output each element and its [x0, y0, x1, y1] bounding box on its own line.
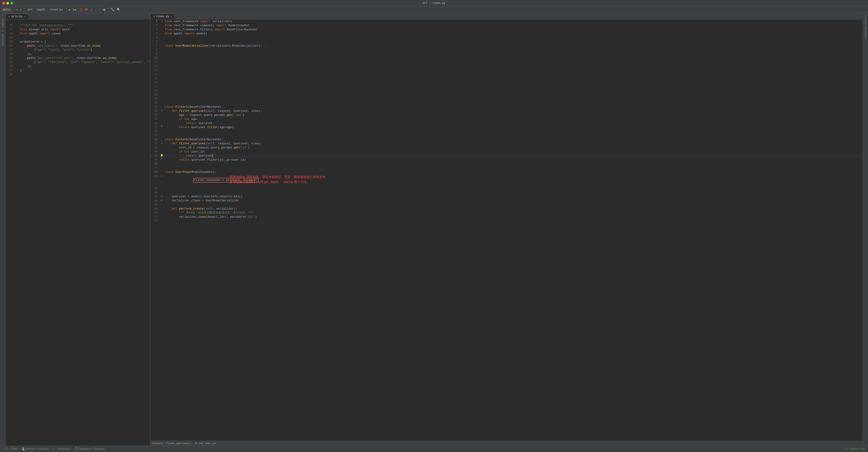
left-sidebar: 1: Project 2: Structure	[0, 13, 5, 446]
breadcrumb-method[interactable]: filter_queryset()	[166, 442, 191, 445]
code-line: 40	[150, 186, 863, 191]
tab-label: urls.py	[11, 15, 23, 18]
code-line: 35 return queryset.filter(id__gt=user_id…	[150, 158, 863, 162]
code-line: 21 path('api/users/', views.UserView.as_…	[5, 44, 150, 48]
code-line: 25 if not age:	[150, 117, 863, 121]
code-line: 17	[150, 85, 863, 89]
code-line: 19	[150, 93, 863, 97]
tab-python-console[interactable]: 🐍 Python Console	[20, 446, 51, 452]
code-line: 31 ⊟ def filter_queryset(self, request, …	[150, 141, 863, 146]
forward-button[interactable]: ▶	[19, 8, 23, 11]
folding-icon[interactable]: ⊟	[161, 109, 162, 113]
tab-terminal[interactable]: >_ Terminal	[51, 447, 73, 452]
step-over-icon[interactable]: ⇥	[89, 7, 93, 12]
code-line: 33 if not user_id:	[150, 150, 863, 154]
left-code-editor[interactable]: 16 """drf URL Configuration...""" 17 fro…	[5, 20, 150, 446]
sidebar-item-database[interactable]: Database	[864, 26, 867, 38]
traffic-lights	[2, 2, 13, 4]
code-line: 23 ⊟ def filter_queryset(self, request, …	[150, 109, 863, 113]
code-line: 32 user_id = request.query_params.get('i…	[150, 146, 863, 150]
right-panel: ● views.py ✕ 1 ✓ from rest_framework imp…	[150, 13, 863, 446]
code-line: 13	[150, 68, 863, 72]
stop-icon[interactable]: ⏹	[102, 7, 106, 12]
breadcrumb-sep2: ›	[192, 442, 194, 445]
sidebar-item-project[interactable]: 1: Project	[1, 14, 4, 29]
nav-tab-drf[interactable]: drf	[26, 8, 35, 12]
right-panel-tabs: ● views.py ✕	[150, 13, 863, 20]
terminal-icon: >_	[53, 448, 56, 451]
gutter-icon[interactable]: ⊟	[161, 174, 162, 178]
code-line: 24 age = request.query_params.get('age')	[150, 113, 863, 117]
code-line: 43 ⊟ serializer_class = UserModelSeriali…	[150, 199, 863, 203]
wrench-icon[interactable]: 🔧	[110, 7, 115, 12]
step-out-icon[interactable]: ↑	[98, 7, 101, 12]
separator	[13, 8, 13, 12]
nav-tab-views[interactable]: views.py	[48, 8, 65, 12]
code-line: 47 serializer.save(depart_id=1, password…	[150, 215, 863, 219]
separator	[24, 8, 25, 12]
left-panel-tabs: ● urls.py ✕	[5, 13, 150, 20]
code-line: 3 from rest_framework.filters import Bas…	[150, 28, 863, 32]
tab-event-log[interactable]: 1: Event Log	[843, 447, 867, 452]
right-code-editor[interactable]: 1 ✓ from rest_framework import serialize…	[150, 20, 863, 441]
breadcrumb-condition[interactable]: if not user_id	[195, 442, 216, 445]
right-sidebar: SciView Database	[863, 13, 868, 446]
run-icon[interactable]: ▶	[68, 7, 71, 12]
code-line: 25 {"get": "retrieve", "put": "update", …	[5, 60, 150, 64]
code-line: 7 class UserModelSerializer(serializers.…	[150, 44, 863, 48]
code-line: 27 ]	[5, 68, 150, 72]
gutter-icon[interactable]: ⊟	[161, 199, 162, 203]
tab-close-button[interactable]: ✕	[170, 15, 172, 18]
code-line: 11	[150, 60, 863, 64]
code-line: 45 def perform_create(self, serializer):	[150, 207, 863, 211]
debug-icon[interactable]: 🐞	[78, 7, 84, 12]
editor-breadcrumb: Filter2 › filter_queryset() › if not use…	[150, 441, 863, 446]
tab-python-label: Python Console	[26, 448, 49, 451]
bottom-tab-bar: ☑ 6: TODO 🐍 Python Console >_ Terminal 🗄…	[0, 446, 868, 452]
database-icon: 🗄	[75, 447, 78, 451]
code-line: 18 from app01 import views	[5, 32, 150, 36]
sidebar-item-sciview[interactable]: SciView	[864, 14, 867, 25]
lightbulb-icon[interactable]: 💡	[160, 154, 163, 158]
gutter-dot	[161, 125, 162, 127]
maximize-button[interactable]	[10, 2, 13, 4]
tab-close-button[interactable]: ✕	[24, 15, 25, 18]
search-icon[interactable]: 🔍	[116, 7, 121, 12]
run-coverage-icon[interactable]: ▶▶	[72, 7, 78, 12]
code-line: 2 from rest_framework.viewsets import Mo…	[150, 24, 863, 28]
gutter-icon[interactable]: ⊟	[161, 195, 162, 199]
code-line: 46 """ 序列化：对请求的数据校验成功后，执行保存。"""	[150, 211, 863, 215]
check-icon: ✓	[161, 20, 162, 24]
content-area: 1: Project 2: Structure ● urls.py ✕ 1	[0, 13, 868, 446]
folding-icon[interactable]: ⊟	[161, 141, 162, 146]
code-line: 29	[150, 133, 863, 137]
separator	[66, 8, 67, 12]
code-line: 37	[150, 166, 863, 170]
reload-icon[interactable]: ⟳	[85, 7, 89, 12]
tab-views-py[interactable]: ● views.py ✕	[150, 14, 175, 19]
code-line: 21	[150, 101, 863, 105]
tab-database-changes[interactable]: 🗄 Database Changes	[73, 446, 107, 452]
gutter-dot	[161, 158, 162, 159]
event-log-label: 1: Event Log	[845, 448, 865, 451]
nav-tab-app01[interactable]: app01	[35, 8, 47, 12]
code-line: 19	[5, 36, 150, 40]
back-button[interactable]: ◀	[15, 8, 18, 11]
sidebar-item-structure[interactable]: 2: Structure	[1, 29, 4, 47]
code-line: 48	[150, 219, 863, 223]
step-into-icon[interactable]: ↓	[94, 7, 97, 12]
code-line: 42 ⊟ queryset = models.UserInfo.objects.…	[150, 195, 863, 199]
code-lines: 16 """drf URL Configuration...""" 17 fro…	[5, 20, 150, 76]
minimize-button[interactable]	[6, 2, 9, 4]
tab-todo[interactable]: ☑ 6: TODO	[1, 446, 20, 452]
close-button[interactable]	[2, 2, 5, 4]
tab-urls-py[interactable]: ● urls.py ✕	[5, 14, 28, 19]
code-line: 26 return queryset	[150, 121, 863, 125]
code-line: 26 )),	[5, 64, 150, 68]
code-line: 27 return queryset.filter(age=age)	[150, 125, 863, 129]
code-line-cursor: 34 💡 return queryset​	[150, 154, 863, 158]
code-line-annotated: 39 ⊟ filter_backends = [Filter1, Filter2…	[150, 174, 863, 186]
code-line: 12	[150, 64, 863, 68]
project-badge[interactable]: drf ▾	[1, 8, 11, 11]
breadcrumb-filter2[interactable]: Filter2	[152, 442, 162, 445]
